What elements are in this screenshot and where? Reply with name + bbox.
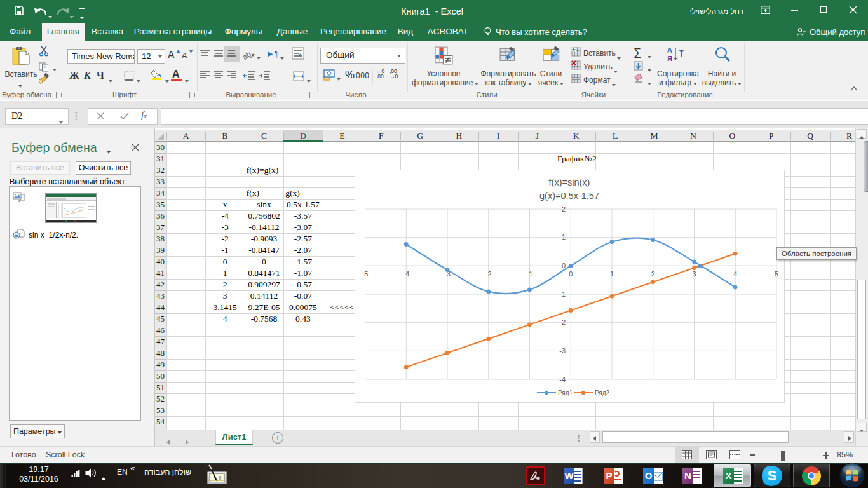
svg-text:ab: ab bbox=[243, 50, 253, 60]
svg-text:-5: -5 bbox=[362, 270, 369, 278]
svg-text:3: 3 bbox=[692, 270, 696, 278]
svg-text:-2: -2 bbox=[485, 270, 492, 278]
svg-text:1: 1 bbox=[562, 233, 566, 241]
svg-text:Ряд2: Ряд2 bbox=[595, 390, 610, 396]
svg-text:g(x)=0.5x-1.57: g(x)=0.5x-1.57 bbox=[539, 191, 599, 201]
svg-text:0: 0 bbox=[562, 262, 566, 269]
svg-text:-2: -2 bbox=[559, 318, 566, 326]
svg-text:2: 2 bbox=[562, 205, 566, 213]
svg-text:2: 2 bbox=[651, 270, 655, 278]
svg-text:f(x)=sin(x): f(x)=sin(x) bbox=[549, 177, 590, 187]
svg-text:-4: -4 bbox=[559, 376, 566, 383]
svg-text:5: 5 bbox=[775, 270, 778, 278]
svg-text:-1: -1 bbox=[559, 290, 566, 298]
svg-text:А: А bbox=[667, 46, 672, 54]
svg-text:Я: Я bbox=[667, 55, 672, 62]
svg-text:4: 4 bbox=[733, 270, 737, 278]
svg-text:0: 0 bbox=[569, 270, 573, 278]
svg-text:1: 1 bbox=[610, 270, 614, 278]
svg-text:Ряд1: Ряд1 bbox=[558, 390, 573, 396]
svg-text:-1: -1 bbox=[527, 270, 533, 278]
svg-text:-4: -4 bbox=[403, 270, 409, 278]
svg-text:-3: -3 bbox=[559, 347, 566, 355]
